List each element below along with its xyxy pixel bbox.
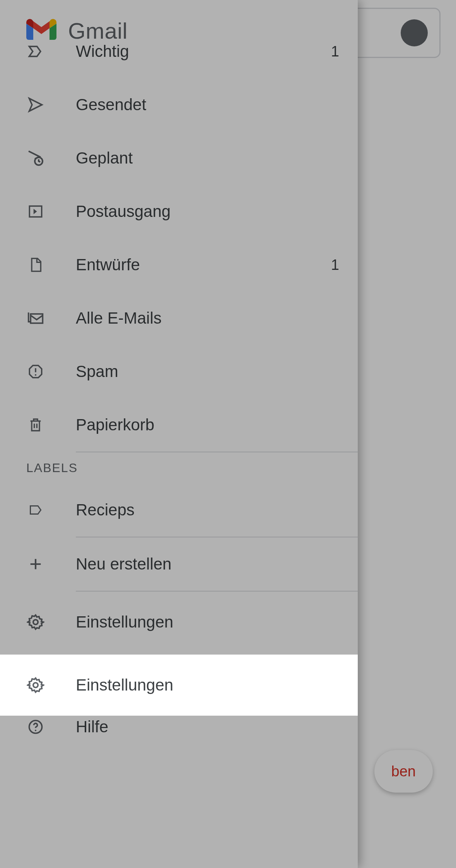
feedback-icon [26,668,45,687]
label-item-recieps[interactable]: Recieps [0,483,358,537]
trash-icon [26,416,45,434]
spam-icon [26,362,45,381]
nav-item-spam[interactable]: Spam [0,345,358,398]
nav-item-settings[interactable]: Einstellungen [0,592,358,653]
nav-item-sent[interactable]: Gesendet [0,78,358,131]
nav-item-label: Entwürfe [76,256,328,274]
svg-rect-2 [31,314,43,323]
nav-item-label: Wichtig [76,42,328,61]
scrim-overlay[interactable] [358,0,456,868]
nav-item-scheduled[interactable]: Geplant [0,131,358,185]
avatar[interactable] [401,19,428,46]
nav-item-count: 1 [328,257,339,273]
svg-point-4 [33,620,38,624]
nav-item-label: Geplant [76,149,339,167]
svg-point-7 [35,730,36,731]
nav-item-label: Postausgang [76,202,339,221]
nav-item-label: Einstellungen [76,613,339,631]
label-item-label: Recieps [76,501,339,519]
nav-item-label: Neu erstellen [76,555,339,573]
all-mail-icon [26,309,45,327]
important-icon [26,42,45,61]
nav-item-label: Spam [76,362,339,381]
labels-section-header: LABELS [0,452,358,483]
help-icon [26,718,45,736]
nav-item-label: Feedback geben [76,668,339,687]
nav-item-drafts[interactable]: Entwürfe 1 [0,238,358,292]
label-icon [26,501,45,519]
nav-item-important[interactable]: Wichtig 1 [0,25,358,78]
nav-item-outbox[interactable]: Postausgang [0,185,358,238]
scheduled-icon [26,149,45,167]
outbox-icon [26,202,45,221]
nav-item-label: Alle E-Mails [76,309,339,327]
nav-item-feedback[interactable]: Feedback geben [0,653,358,702]
nav-item-count: 1 [328,43,339,60]
drawer-scroll[interactable]: Wichtig 1 Gesendet Geplant Postausgang [0,61,358,868]
nav-item-label: Hilfe [76,718,339,736]
svg-point-3 [35,374,36,376]
nav-item-create-new[interactable]: Neu erstellen [0,537,358,591]
drafts-icon [26,256,45,274]
compose-fab[interactable]: ben [374,750,433,793]
nav-item-label: Papierkorb [76,416,339,434]
nav-item-help[interactable]: Hilfe [0,702,358,752]
sent-icon [26,95,45,114]
navigation-drawer: Gmail Wichtig 1 Gesendet Geplant [0,0,358,868]
nav-item-trash[interactable]: Papierkorb [0,398,358,452]
plus-icon [26,555,45,573]
compose-fab-label-partial: ben [391,763,416,780]
nav-item-all-mail[interactable]: Alle E-Mails [0,292,358,345]
nav-item-label: Gesendet [76,95,339,114]
gear-icon [26,613,45,631]
svg-point-5 [35,678,36,679]
